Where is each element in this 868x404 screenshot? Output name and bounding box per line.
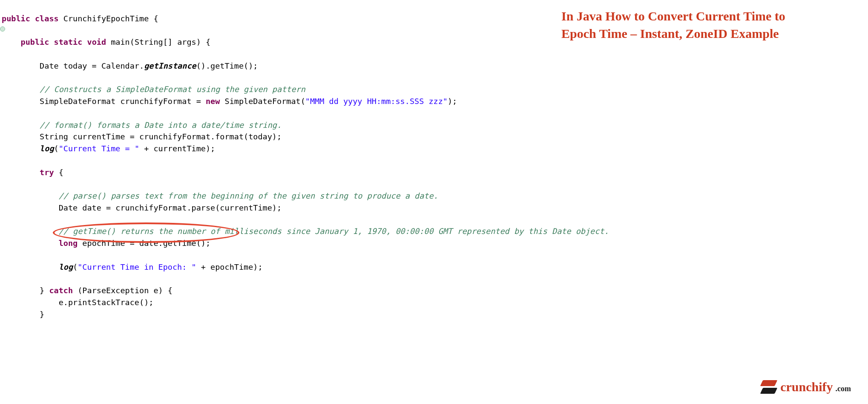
static-method: getInstance: [144, 61, 196, 70]
comment: // parse() parses text from the beginnin…: [2, 191, 438, 200]
string-literal: "Current Time = ": [59, 144, 139, 153]
code-text: {: [149, 14, 158, 23]
code-text: (: [73, 263, 78, 271]
keyword: class: [35, 14, 59, 23]
code-text: epochTime = date.getTime();: [78, 239, 210, 248]
code-text: Date date = crunchifyFormat.parse(curren…: [2, 203, 282, 212]
code-text: [2, 168, 40, 177]
code-text: ().getTime();: [196, 61, 258, 70]
code-text: }: [2, 310, 44, 319]
code-text: (ParseException e) {: [73, 286, 172, 295]
method-call: log: [59, 263, 73, 271]
keyword: new: [206, 97, 220, 106]
keyword: public: [2, 14, 30, 23]
logo-brand-text: crunchify: [780, 377, 833, 396]
code-text: [2, 144, 40, 153]
keyword: public: [21, 38, 49, 46]
comment: // Constructs a SimpleDateFormat using t…: [2, 85, 305, 94]
string-literal: "Current Time in Epoch: ": [78, 263, 196, 271]
code-text: [2, 239, 59, 248]
gutter-run-icon[interactable]: [0, 26, 5, 32]
class-name: CrunchifyEpochTime: [63, 14, 149, 23]
string-literal: "MMM dd yyyy HH:mm:ss.SSS zzz": [305, 97, 448, 106]
code-text: + epochTime);: [196, 263, 263, 271]
code-text: [2, 263, 59, 271]
logo-mark-icon: [760, 379, 778, 395]
code-text: (: [54, 144, 59, 153]
code-text: );: [448, 97, 457, 106]
code-text: Date today = Calendar.: [2, 61, 144, 70]
code-text: + currentTime);: [139, 144, 215, 153]
title-line2: Epoch Time – Instant, ZoneID Example: [561, 25, 842, 43]
method-call: log: [40, 144, 54, 153]
keyword: try: [40, 168, 54, 177]
code-editor: public class CrunchifyEpochTime { public…: [0, 0, 868, 320]
keyword: void: [87, 38, 106, 46]
keyword: long: [59, 239, 78, 248]
comment: // getTime() returns the number of milli…: [2, 227, 609, 236]
code-text: {: [54, 168, 63, 177]
annotation-title: In Java How to Convert Current Time to E…: [561, 8, 842, 42]
keyword: static: [54, 38, 83, 46]
code-text: }: [2, 286, 49, 295]
code-text: e.printStackTrace();: [2, 298, 153, 307]
title-line1: In Java How to Convert Current Time to: [561, 8, 842, 25]
method-signature: main(String[] args) {: [106, 38, 210, 46]
comment: // format() formats a Date into a date/t…: [2, 121, 282, 130]
code-text: SimpleDateFormat crunchifyFormat =: [2, 97, 206, 106]
keyword: catch: [49, 286, 73, 295]
code-text: String currentTime = crunchifyFormat.for…: [2, 132, 282, 141]
code-text: SimpleDateFormat(: [220, 97, 305, 106]
crunchify-logo: crunchify.com: [760, 377, 851, 396]
logo-suffix-text: .com: [836, 383, 851, 395]
